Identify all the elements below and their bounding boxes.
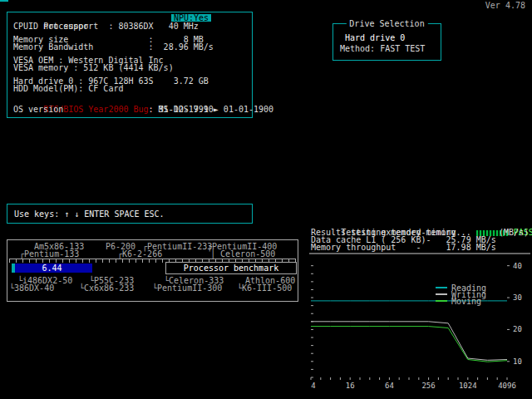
cpuid-line: CPUID not support xyxy=(13,22,252,30)
cpu-label: │ Celeron-500 xyxy=(210,250,275,258)
npu-badge: NPU:Yes xyxy=(171,14,211,22)
drive-method[interactable]: Method: FAST TEST xyxy=(340,45,441,52)
drive-selection-title: Drive Selection xyxy=(346,20,427,27)
benchmark-score: 6.44 xyxy=(42,264,62,273)
legend-swatch-moving xyxy=(436,300,447,302)
benchmark-label-box: Processor benchmark xyxy=(165,262,297,274)
svg-text:4: 4 xyxy=(311,382,315,390)
cpu-label: └Cx6x86-233 xyxy=(79,284,134,292)
version-label: Ver 4.78 xyxy=(485,2,525,9)
cpu-label: └PentiumII-300 xyxy=(152,284,222,292)
svg-text:64: 64 xyxy=(385,382,394,390)
system-info-panel: Processor : 80386DX 40 MHz NPU:Yes CPUID… xyxy=(7,12,253,118)
memory-throughput-line: Memory throughput - 17.98 MB/s xyxy=(309,244,530,251)
memory-speed-chart: 403020104166425610244096 xyxy=(309,253,532,396)
benchmark-label: Processor benchmark xyxy=(184,264,278,273)
hdd-model-line: HDD Model(PM): CF Card xyxy=(13,85,252,92)
svg-text:1024: 1024 xyxy=(459,382,477,390)
keys-help-text: Use keys: ↑ ↓ ENTER SPACE ESC. xyxy=(14,209,165,219)
memory-test-panel: Testing extended memory...PASSED Results… xyxy=(309,221,530,397)
cpu-label: ┌Pentium-133 xyxy=(19,250,79,258)
svg-text:20: 20 xyxy=(513,325,522,333)
speedsys-screen: Ver 4.78 Processor : 80386DX 40 MHz NPU:… xyxy=(0,0,532,399)
vesa-memory-line: VESA memory : 512 KB (4414 KB/s) xyxy=(13,64,252,71)
cpu-label: └K6-III-500 xyxy=(237,284,292,292)
memory-bandwidth-line: Memory Bandwidth : 28.96 MB/s xyxy=(13,43,252,51)
svg-text:40: 40 xyxy=(513,262,522,270)
svg-text:16: 16 xyxy=(346,382,355,390)
processor-benchmark-panel: Am5x86-133 P6-200 ┌PentiumII-233 ┌Pentiu… xyxy=(7,239,298,302)
svg-text:10: 10 xyxy=(513,357,522,366)
legend-label-moving: Moving xyxy=(451,298,481,305)
series-line-moving xyxy=(311,327,507,362)
svg-text:30: 30 xyxy=(513,293,522,302)
drive-option[interactable]: Hard drive 0 xyxy=(345,34,441,42)
benchmark-score-bar: 6.44 xyxy=(12,264,92,273)
svg-text:256: 256 xyxy=(421,382,435,390)
os-version-line: OS version : MS-DOS 7.10 xyxy=(13,106,252,113)
screen-artifact xyxy=(0,0,8,2)
keys-help-panel: Use keys: ↑ ↓ ENTER SPACE ESC. xyxy=(7,204,253,224)
drive-selection-panel: Drive Selection Hard drive 0 Method: FAS… xyxy=(332,23,441,61)
legend-swatch-writing xyxy=(436,293,447,295)
legend-item-moving: Moving xyxy=(436,298,486,304)
chart-legend: Reading Writing Moving xyxy=(436,284,486,304)
cpu-label: └386DX-40 xyxy=(9,284,54,292)
cpu-label: ┌K6-2-266 xyxy=(117,250,162,258)
units-label: (MB/s) xyxy=(499,229,529,236)
legend-swatch-reading xyxy=(436,287,447,288)
svg-text:4096: 4096 xyxy=(498,382,516,390)
series-line-writing xyxy=(311,322,507,361)
